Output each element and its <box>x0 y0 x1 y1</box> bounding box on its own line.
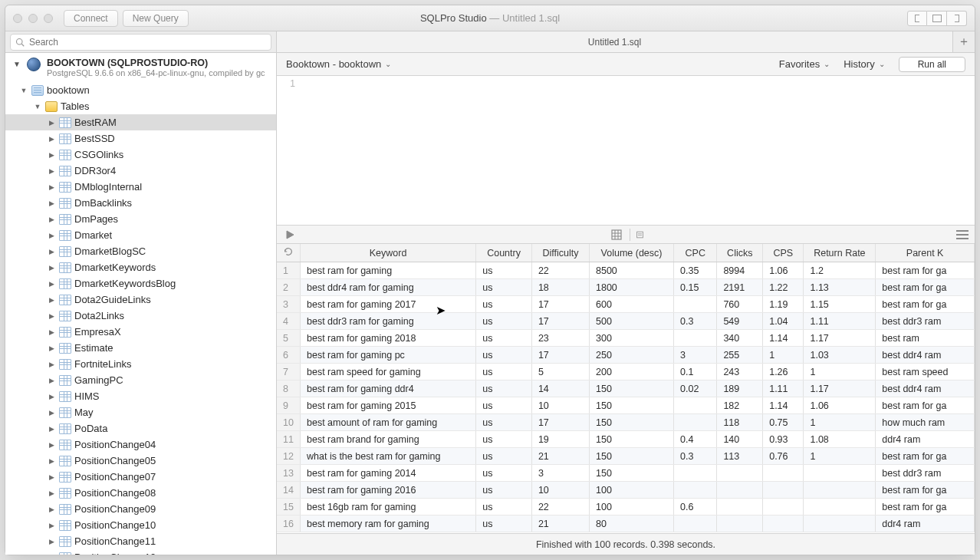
cell-parent[interactable]: best ddr3 ram <box>876 465 975 482</box>
cell-volume[interactable]: 150 <box>589 414 673 431</box>
tree-table-dmarketkeywords[interactable]: ▶DmarketKeywords <box>5 259 276 275</box>
table-row[interactable]: 7best ram speed for gamingus52000.12431.… <box>277 364 975 380</box>
cell-parent[interactable]: best ddr4 ram <box>876 347 975 364</box>
cell-parent[interactable]: best ram for ga <box>876 482 975 499</box>
col-cps[interactable]: CPS <box>763 244 804 262</box>
cell-clicks[interactable]: 113 <box>717 448 763 465</box>
tree-table-ddr3or4[interactable]: ▶DDR3or4 <box>5 163 276 179</box>
table-row[interactable]: 16best memory ram for gamingus2180ddr4 r… <box>277 516 975 532</box>
cell-return-rate[interactable]: 1.06 <box>804 397 876 414</box>
cell-country[interactable]: us <box>476 296 532 313</box>
tab-untitled-1[interactable]: Untitled 1.sql <box>277 31 953 52</box>
cell-volume[interactable]: 600 <box>589 296 673 313</box>
cell-clicks[interactable]: 118 <box>717 414 763 431</box>
cell-cpc[interactable] <box>674 465 717 482</box>
cell-difficulty[interactable]: 23 <box>531 330 589 347</box>
cell-cps[interactable] <box>763 465 804 482</box>
cell-difficulty[interactable]: 22 <box>531 499 589 516</box>
cell-cps[interactable]: 1.19 <box>763 296 804 313</box>
new-query-button[interactable]: New Query <box>123 10 189 27</box>
cell-return-rate[interactable]: 1 <box>804 448 876 465</box>
tree-table-dmbloginternal[interactable]: ▶DMblogInternal <box>5 179 276 195</box>
cell-return-rate[interactable] <box>804 482 876 499</box>
add-tab-button[interactable]: ＋ <box>953 31 975 52</box>
cell-country[interactable]: us <box>476 262 532 279</box>
refresh-icon[interactable] <box>277 244 301 262</box>
run-icon[interactable] <box>283 229 297 241</box>
cell-country[interactable]: us <box>476 397 532 414</box>
cell-cpc[interactable]: 3 <box>674 347 717 364</box>
tree-table-positionchange08[interactable]: ▶PositionChange08 <box>5 485 276 501</box>
table-row[interactable]: 2best ddr4 ram for gamingus1818000.15219… <box>277 279 975 296</box>
cell-cps[interactable]: 1.14 <box>763 397 804 414</box>
table-row[interactable]: 3best ram for gaming 2017us176007601.191… <box>277 296 975 313</box>
cell-cpc[interactable]: 0.4 <box>674 431 717 448</box>
cell-return-rate[interactable]: 1.15 <box>804 296 876 313</box>
cell-clicks[interactable]: 760 <box>717 296 763 313</box>
cell-keyword[interactable]: best ram for gaming pc <box>301 347 476 364</box>
cell-cps[interactable]: 1.22 <box>763 279 804 296</box>
cell-cpc[interactable]: 0.02 <box>674 380 717 397</box>
tree-table-estimate[interactable]: ▶Estimate <box>5 340 276 356</box>
cell-volume[interactable]: 150 <box>589 431 673 448</box>
cell-parent[interactable]: best ddr3 ram <box>876 313 975 330</box>
cell-volume[interactable]: 100 <box>589 499 673 516</box>
table-row[interactable]: 10best amount of ram for gamingus1715011… <box>277 414 975 431</box>
cell-cps[interactable]: 1.04 <box>763 313 804 330</box>
cell-return-rate[interactable]: 1.17 <box>804 330 876 347</box>
cell-clicks[interactable]: 182 <box>717 397 763 414</box>
cell-return-rate[interactable]: 1.11 <box>804 313 876 330</box>
cell-difficulty[interactable]: 3 <box>531 465 589 482</box>
table-row[interactable]: 5best ram for gaming 2018us233003401.141… <box>277 330 975 347</box>
cell-parent[interactable]: best ddr4 ram <box>876 380 975 397</box>
tree-table-positionchange11[interactable]: ▶PositionChange11 <box>5 533 276 549</box>
cell-volume[interactable]: 500 <box>589 313 673 330</box>
tree-table-positionchange05[interactable]: ▶PositionChange05 <box>5 453 276 469</box>
cell-clicks[interactable]: 8994 <box>717 262 763 279</box>
cell-volume[interactable]: 300 <box>589 330 673 347</box>
cell-cpc[interactable] <box>674 414 717 431</box>
cell-difficulty[interactable]: 18 <box>531 279 589 296</box>
cell-return-rate[interactable] <box>804 516 876 532</box>
cell-volume[interactable]: 1800 <box>589 279 673 296</box>
cell-clicks[interactable]: 2191 <box>717 279 763 296</box>
col-parent[interactable]: Parent K <box>876 244 975 262</box>
cell-cpc[interactable]: 0.1 <box>674 364 717 380</box>
search-input[interactable] <box>29 37 266 48</box>
cell-clicks[interactable] <box>717 465 763 482</box>
cell-keyword[interactable]: best memory ram for gaming <box>301 516 476 532</box>
cell-cps[interactable]: 1.11 <box>763 380 804 397</box>
cell-clicks[interactable]: 140 <box>717 431 763 448</box>
cell-cpc[interactable]: 0.15 <box>674 279 717 296</box>
table-row[interactable]: 6best ram for gaming pcus17250325511.03b… <box>277 347 975 364</box>
cell-keyword[interactable]: best ram for gaming 2015 <box>301 397 476 414</box>
cell-country[interactable]: us <box>476 279 532 296</box>
cell-keyword[interactable]: best ram for gaming ddr4 <box>301 380 476 397</box>
table-row[interactable]: 15best 16gb ram for gamingus221000.6best… <box>277 499 975 516</box>
cell-return-rate[interactable]: 1.2 <box>804 262 876 279</box>
col-difficulty[interactable]: Difficulty <box>531 244 589 262</box>
cell-keyword[interactable]: what is the best ram for gaming <box>301 448 476 465</box>
cell-country[interactable]: us <box>476 516 532 532</box>
cell-volume[interactable]: 150 <box>589 448 673 465</box>
tree-table-dota2guidelinks[interactable]: ▶Dota2GuideLinks <box>5 292 276 308</box>
cell-return-rate[interactable]: 1.17 <box>804 380 876 397</box>
connection-header[interactable]: ▼ BOOKTOWN (SQLPROSTUDIO-RO) PostgreSQL … <box>5 53 276 82</box>
cell-country[interactable]: us <box>476 482 532 499</box>
cell-return-rate[interactable]: 1.13 <box>804 279 876 296</box>
search-field[interactable] <box>10 34 271 51</box>
cell-country[interactable]: us <box>476 330 532 347</box>
cell-keyword[interactable]: best ram for gaming 2017 <box>301 296 476 313</box>
cell-parent[interactable]: best ram <box>876 330 975 347</box>
cell-clicks[interactable]: 549 <box>717 313 763 330</box>
cell-cps[interactable]: 1.06 <box>763 262 804 279</box>
cell-parent[interactable]: best ram for ga <box>876 397 975 414</box>
tree-table-dmpages[interactable]: ▶DmPages <box>5 211 276 227</box>
sql-editor[interactable]: 1 <box>277 76 975 226</box>
col-keyword[interactable]: Keyword <box>301 244 476 262</box>
col-country[interactable]: Country <box>476 244 532 262</box>
cell-parent[interactable]: best ram for ga <box>876 262 975 279</box>
cell-cpc[interactable]: 0.35 <box>674 262 717 279</box>
col-cpc[interactable]: CPC <box>674 244 717 262</box>
zoom-window[interactable] <box>44 14 53 23</box>
